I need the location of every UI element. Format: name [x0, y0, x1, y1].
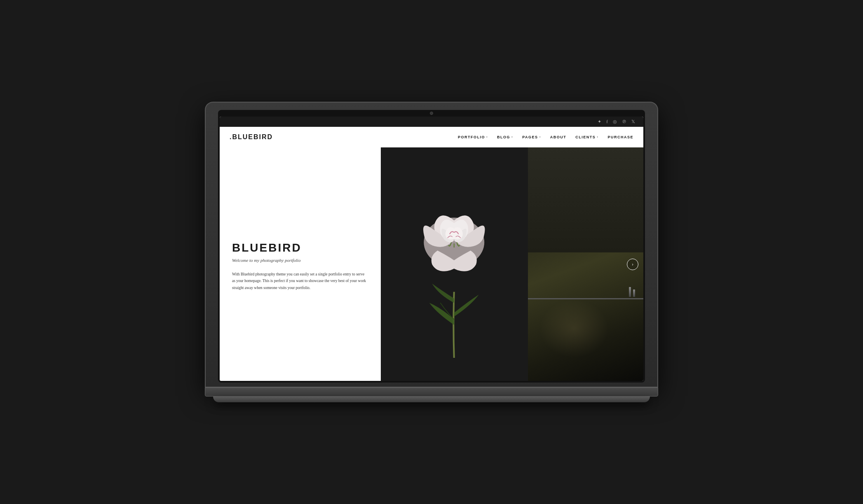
hero-description: With Bluebird photography theme you can …: [232, 271, 368, 291]
website: ✦ f ◎ ℗ 𝕏 .BLUEBIRD PORTFOLIO ›: [220, 117, 643, 381]
laptop-body: ✦ f ◎ ℗ 𝕏 .BLUEBIRD PORTFOLIO ›: [205, 102, 658, 388]
nav-item-portfolio[interactable]: PORTFOLIO ›: [458, 135, 488, 139]
social-bar: ✦ f ◎ ℗ 𝕏: [220, 117, 643, 127]
bottle-2: [633, 289, 635, 297]
site-logo[interactable]: .BLUEBIRD: [230, 133, 273, 141]
room-wall: [528, 147, 643, 252]
facebook-icon[interactable]: f: [606, 119, 608, 124]
main-content: BLUEBIRD Welcome to my photography portf…: [220, 147, 643, 381]
photo-main: [381, 147, 528, 381]
instagram-icon[interactable]: ◎: [613, 119, 617, 124]
nav: .BLUEBIRD PORTFOLIO › BLOG › PAG: [220, 127, 643, 147]
bottle-1: [629, 287, 631, 297]
nav-item-purchase[interactable]: PURCHASE: [607, 135, 633, 139]
chevron-icon: ›: [597, 135, 598, 139]
photo-secondary: ›: [528, 147, 643, 381]
left-panel: BLUEBIRD Welcome to my photography portf…: [220, 147, 381, 381]
room-bottles: [629, 287, 635, 297]
twitter-icon[interactable]: 𝕏: [631, 119, 635, 124]
dark-room-scene: [528, 147, 643, 381]
screen-bezel: ✦ f ◎ ℗ 𝕏 .BLUEBIRD PORTFOLIO ›: [218, 110, 645, 383]
laptop-bottom: [213, 397, 650, 402]
peony-illustration: [395, 171, 513, 358]
hero-title: BLUEBIRD: [232, 241, 368, 254]
room-light: [539, 299, 609, 358]
laptop-base: [205, 387, 658, 397]
nav-item-clients[interactable]: CLIENTS ›: [575, 135, 598, 139]
chevron-icon: ›: [511, 135, 513, 139]
dribbble-icon[interactable]: ✦: [598, 119, 601, 124]
chevron-icon: ›: [486, 135, 488, 139]
next-slide-button[interactable]: ›: [627, 259, 638, 270]
nav-menu: PORTFOLIO › BLOG › PAGES ›: [458, 135, 633, 139]
pinterest-icon[interactable]: ℗: [622, 119, 626, 124]
chevron-icon: ›: [539, 135, 541, 139]
laptop-screen: ✦ f ◎ ℗ 𝕏 .BLUEBIRD PORTFOLIO ›: [220, 117, 643, 381]
right-panel: ›: [381, 147, 643, 381]
webcam: [430, 112, 433, 115]
nav-item-pages[interactable]: PAGES ›: [522, 135, 541, 139]
laptop-container: ✦ f ◎ ℗ 𝕏 .BLUEBIRD PORTFOLIO ›: [205, 102, 658, 403]
nav-item-blog[interactable]: BLOG ›: [497, 135, 513, 139]
hero-subtitle: Welcome to my photography portfolio: [232, 258, 368, 263]
nav-item-about[interactable]: ABOUT: [550, 135, 567, 139]
